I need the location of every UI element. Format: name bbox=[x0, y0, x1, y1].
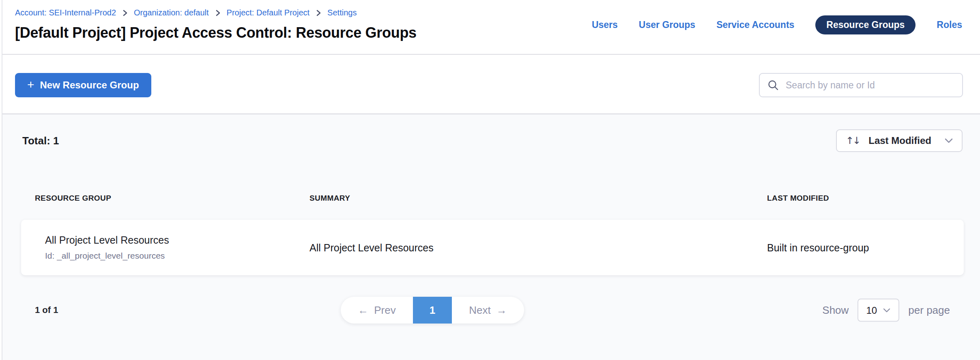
resource-group-id: Id: _all_project_level_resources bbox=[45, 251, 309, 261]
resource-groups-content: Total: 1 ↑↓ Last Modified RESOURCE GROUP… bbox=[2, 114, 980, 360]
arrow-left-icon: ← bbox=[358, 304, 368, 317]
prev-page-button[interactable]: ← Prev bbox=[341, 297, 413, 324]
resource-group-name: All Project Level Resources bbox=[45, 234, 309, 246]
page-size-value: 10 bbox=[866, 304, 877, 316]
new-resource-group-button[interactable]: + New Resource Group bbox=[15, 73, 151, 97]
column-header-last-modified: LAST MODIFIED bbox=[767, 194, 964, 203]
access-control-nav: Users User Groups Service Accounts Resou… bbox=[592, 15, 962, 34]
breadcrumb-project-link[interactable]: Project: Default Project bbox=[227, 7, 310, 18]
tab-user-groups[interactable]: User Groups bbox=[639, 19, 695, 30]
pager: ← Prev 1 Next → bbox=[341, 297, 524, 324]
sort-dropdown[interactable]: ↑↓ Last Modified bbox=[836, 129, 963, 152]
breadcrumb-account-link[interactable]: Account: SEI-Internal-Prod2 bbox=[15, 7, 116, 18]
resource-group-cell: All Project Level Resources Id: _all_pro… bbox=[35, 220, 309, 275]
last-modified-cell: Built in resource-group bbox=[767, 220, 964, 275]
tab-resource-groups-active[interactable]: Resource Groups bbox=[815, 15, 916, 34]
chevron-right-icon bbox=[215, 9, 221, 17]
new-resource-group-label: New Resource Group bbox=[40, 79, 139, 91]
tab-users[interactable]: Users bbox=[592, 19, 618, 30]
sidebar-edge-divider bbox=[2, 0, 2, 360]
search-input[interactable] bbox=[786, 80, 955, 91]
column-header-resource-group: RESOURCE GROUP bbox=[35, 194, 309, 203]
resource-groups-page: Account: SEI-Internal-Prod2 Organization… bbox=[0, 0, 980, 360]
table-row[interactable]: All Project Level Resources Id: _all_pro… bbox=[21, 220, 964, 275]
chevron-down-icon bbox=[944, 137, 954, 144]
arrow-right-icon: → bbox=[496, 304, 507, 317]
total-count-label: Total: 1 bbox=[22, 135, 59, 147]
pagination-row: 1 of 1 ← Prev 1 Next → Show 10 bbox=[2, 297, 980, 324]
per-page-label: per page bbox=[908, 304, 950, 317]
breadcrumb-organization-link[interactable]: Organization: default bbox=[134, 7, 209, 18]
page-size-select[interactable]: 10 bbox=[858, 299, 899, 322]
search-icon bbox=[767, 79, 779, 91]
breadcrumb-settings-link[interactable]: Settings bbox=[327, 7, 357, 18]
show-label: Show bbox=[822, 304, 849, 317]
tab-service-accounts[interactable]: Service Accounts bbox=[716, 19, 794, 30]
page-info-label: 1 of 1 bbox=[35, 305, 58, 315]
last-modified-text: Built in resource-group bbox=[767, 242, 964, 253]
table-header-row: RESOURCE GROUP SUMMARY LAST MODIFIED bbox=[35, 194, 964, 203]
chevron-down-icon bbox=[883, 307, 891, 313]
search-box bbox=[759, 73, 963, 97]
summary-text: All Project Level Resources bbox=[309, 242, 767, 253]
tab-roles[interactable]: Roles bbox=[937, 19, 962, 30]
next-page-button[interactable]: Next → bbox=[452, 297, 524, 324]
next-label: Next bbox=[469, 304, 490, 317]
summary-cell: All Project Level Resources bbox=[309, 220, 767, 275]
current-page-button[interactable]: 1 bbox=[413, 297, 452, 324]
column-header-summary: SUMMARY bbox=[309, 194, 767, 203]
toolbar: + New Resource Group bbox=[2, 55, 980, 114]
page-header: Account: SEI-Internal-Prod2 Organization… bbox=[2, 0, 980, 55]
prev-label: Prev bbox=[374, 304, 395, 317]
sort-dropdown-value: Last Modified bbox=[866, 135, 937, 146]
plus-icon: + bbox=[27, 79, 34, 91]
sort-arrows-icon: ↑↓ bbox=[846, 136, 860, 146]
list-meta-row: Total: 1 ↑↓ Last Modified bbox=[2, 129, 980, 152]
chevron-right-icon bbox=[122, 9, 128, 17]
chevron-right-icon bbox=[315, 9, 322, 17]
page-size-control: Show 10 per page bbox=[822, 299, 950, 322]
